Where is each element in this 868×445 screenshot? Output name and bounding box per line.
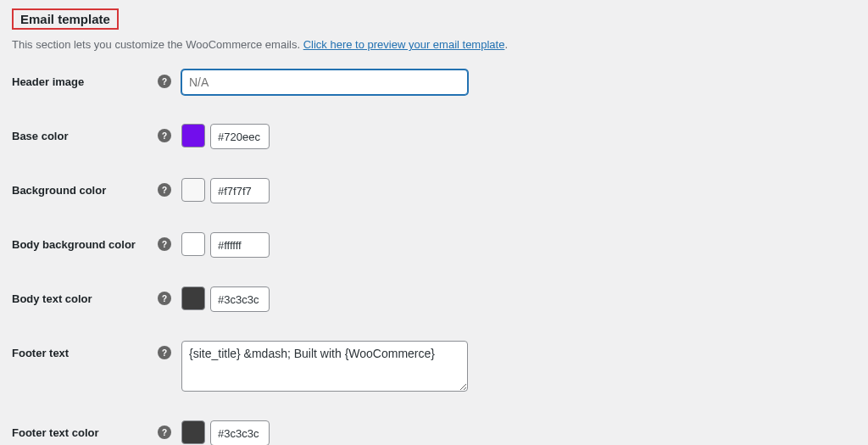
section-description-post: . [504,38,508,51]
background-color-row: Background color ? [12,178,856,203]
email-template-form: Header image ? Base color ? Background c… [12,70,856,445]
body-background-color-row: Body background color ? [12,232,856,258]
help-icon[interactable]: ? [158,237,171,251]
help-icon[interactable]: ? [158,75,171,88]
body-text-color-input[interactable] [210,286,270,312]
base-color-input[interactable] [210,124,270,149]
section-title: Email template [12,8,119,30]
footer-text-color-input[interactable] [210,420,270,445]
background-color-input[interactable] [210,178,270,203]
body-background-color-swatch[interactable] [181,232,205,256]
base-color-swatch[interactable] [181,124,205,147]
footer-text-color-row: Footer text color ? [12,420,856,445]
body-text-color-row: Body text color ? [12,286,856,312]
header-image-input[interactable] [181,70,468,95]
help-icon[interactable]: ? [158,426,171,439]
base-color-row: Base color ? [12,124,856,149]
footer-text-row: Footer text ? [12,341,856,392]
background-color-swatch[interactable] [181,178,205,202]
help-icon[interactable]: ? [158,183,171,197]
help-icon[interactable]: ? [158,346,171,359]
preview-template-link[interactable]: Click here to preview your email templat… [303,38,505,51]
section-description-pre: This section lets you customize the WooC… [12,38,303,51]
background-color-label: Background color [12,184,158,197]
section-description: This section lets you customize the WooC… [12,38,856,51]
body-text-color-swatch[interactable] [181,286,205,310]
help-icon[interactable]: ? [158,129,171,142]
body-background-color-label: Body background color [12,238,158,251]
footer-text-color-label: Footer text color [12,426,158,439]
header-image-row: Header image ? [12,70,856,95]
header-image-label: Header image [12,75,158,88]
footer-text-color-swatch[interactable] [181,420,205,444]
base-color-label: Base color [12,130,158,142]
body-text-color-label: Body text color [12,292,158,305]
help-icon[interactable]: ? [158,292,171,305]
footer-text-label: Footer text [12,347,158,359]
footer-text-input[interactable] [181,341,468,392]
body-background-color-input[interactable] [210,232,270,258]
